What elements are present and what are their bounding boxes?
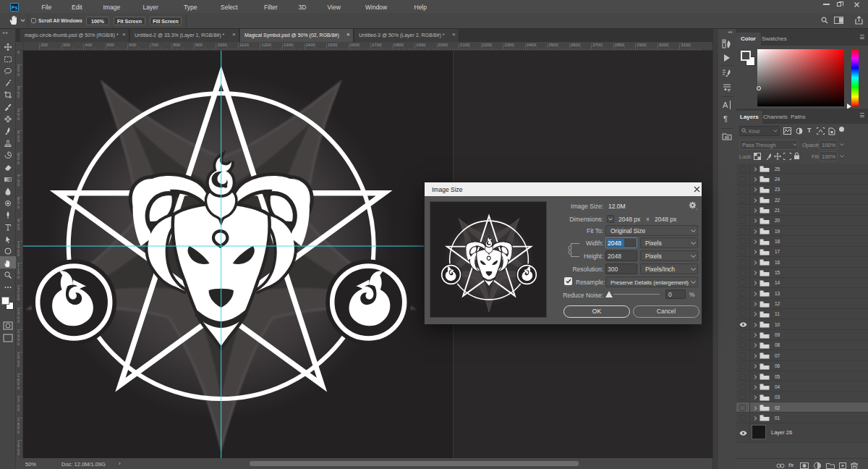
svg-text:A: A [723, 101, 728, 109]
svg-text:¶: ¶ [723, 114, 728, 123]
